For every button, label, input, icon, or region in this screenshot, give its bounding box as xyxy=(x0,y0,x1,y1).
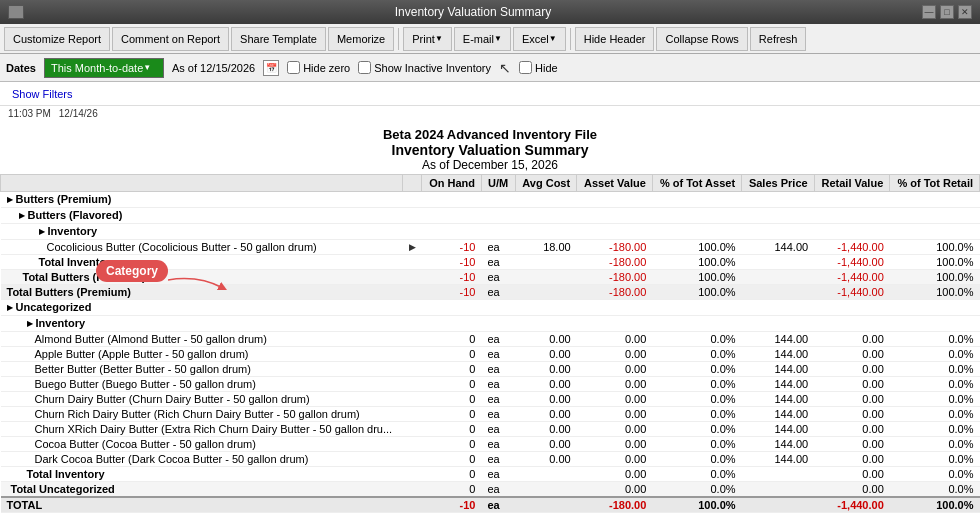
row-sales-price-cell xyxy=(742,316,815,332)
row-uom-cell: ea xyxy=(481,240,515,255)
row-on-hand-cell xyxy=(422,192,482,208)
col-header-on-hand: On Hand xyxy=(422,175,482,192)
table-row: ▸ Uncategorized xyxy=(1,300,980,316)
title-bar: Inventory Valuation Summary — □ ✕ xyxy=(0,0,980,24)
collapse-rows-button[interactable]: Collapse Rows xyxy=(656,27,747,51)
row-sales-price-cell xyxy=(742,255,815,270)
row-pct-tot-retail-cell: 0.0% xyxy=(890,482,980,498)
row-arrow-cell xyxy=(403,422,422,437)
comment-on-report-button[interactable]: Comment on Report xyxy=(112,27,229,51)
filter-bar: Dates This Month-to-date As of 12/15/202… xyxy=(0,54,980,82)
report-area[interactable]: 11:03 PM 12/14/26 Beta 2024 Advanced Inv… xyxy=(0,106,980,515)
hide-checkbox[interactable] xyxy=(519,61,532,74)
minimize-button[interactable]: — xyxy=(922,5,936,19)
row-arrow-cell xyxy=(403,300,422,316)
excel-button[interactable]: Excel xyxy=(513,27,566,51)
row-avg-cost-cell: 0.00 xyxy=(515,392,577,407)
row-uom-cell xyxy=(481,208,515,224)
row-sales-price-cell: 144.00 xyxy=(742,407,815,422)
row-on-hand-cell: -10 xyxy=(422,240,482,255)
row-uom-cell xyxy=(481,300,515,316)
row-avg-cost-cell xyxy=(515,497,577,513)
menu-bar: Customize Report Comment on Report Share… xyxy=(0,24,980,54)
hide-zero-checkbox[interactable] xyxy=(287,61,300,74)
row-sales-price-cell: 144.00 xyxy=(742,240,815,255)
row-pct-tot-retail-cell xyxy=(890,300,980,316)
customize-report-button[interactable]: Customize Report xyxy=(4,27,110,51)
row-avg-cost-cell xyxy=(515,224,577,240)
col-header-pct-tot-asset: % of Tot Asset xyxy=(652,175,741,192)
close-button[interactable]: ✕ xyxy=(958,5,972,19)
table-row: Cocoa Butter (Cocoa Butter - 50 gallon d… xyxy=(1,437,980,452)
row-asset-value-cell xyxy=(577,224,653,240)
row-asset-value-cell: -180.00 xyxy=(577,255,653,270)
row-name-cell: Almond Butter (Almond Butter - 50 gallon… xyxy=(1,332,403,347)
row-on-hand-cell: 0 xyxy=(422,347,482,362)
row-on-hand-cell: -10 xyxy=(422,270,482,285)
row-pct-tot-retail-cell xyxy=(890,224,980,240)
row-name-cell: ▸ Uncategorized xyxy=(1,300,403,316)
row-uom-cell: ea xyxy=(481,255,515,270)
row-pct-tot-retail-cell: 0.0% xyxy=(890,377,980,392)
date-range-select[interactable]: This Month-to-date xyxy=(44,58,164,78)
row-pct-tot-retail-cell: 100.0% xyxy=(890,255,980,270)
row-pct-tot-retail-cell: 0.0% xyxy=(890,392,980,407)
show-inactive-checkbox[interactable] xyxy=(358,61,371,74)
cursor-indicator: ↖ xyxy=(499,60,511,76)
timestamp: 11:03 PM xyxy=(8,108,51,119)
as-of-text: As of 12/15/2026 xyxy=(172,62,255,74)
memorize-button[interactable]: Memorize xyxy=(328,27,394,51)
table-row: ▸ Inventory xyxy=(1,224,980,240)
row-name-cell: Churn Rich Dairy Butter (Rich Churn Dair… xyxy=(1,407,403,422)
show-filters-link[interactable]: Show Filters xyxy=(12,88,73,100)
row-sales-price-cell: 144.00 xyxy=(742,437,815,452)
row-avg-cost-cell xyxy=(515,467,577,482)
row-avg-cost-cell: 0.00 xyxy=(515,362,577,377)
row-on-hand-cell xyxy=(422,300,482,316)
row-avg-cost-cell: 0.00 xyxy=(515,407,577,422)
row-retail-value-cell: 0.00 xyxy=(814,377,890,392)
row-arrow-cell[interactable]: ▶ xyxy=(403,240,422,255)
row-pct-tot-retail-cell: 0.0% xyxy=(890,452,980,467)
hide-header-button[interactable]: Hide Header xyxy=(575,27,655,51)
row-on-hand-cell: 0 xyxy=(422,377,482,392)
row-pct-tot-retail-cell: 0.0% xyxy=(890,362,980,377)
row-pct-tot-asset-cell xyxy=(652,208,741,224)
row-pct-tot-asset-cell xyxy=(652,316,741,332)
row-pct-tot-asset-cell: 100.0% xyxy=(652,255,741,270)
row-asset-value-cell: 0.00 xyxy=(577,467,653,482)
row-name-cell: Total Butters (Flavored) xyxy=(1,270,403,285)
email-button[interactable]: E-mail xyxy=(454,27,511,51)
report-date: As of December 15, 2026 xyxy=(0,158,980,172)
row-uom-cell: ea xyxy=(481,467,515,482)
calendar-icon[interactable]: 📅 xyxy=(263,60,279,76)
maximize-button[interactable]: □ xyxy=(940,5,954,19)
row-avg-cost-cell xyxy=(515,316,577,332)
row-avg-cost-cell: 0.00 xyxy=(515,347,577,362)
row-on-hand-cell: 0 xyxy=(422,452,482,467)
row-asset-value-cell: -180.00 xyxy=(577,270,653,285)
row-avg-cost-cell xyxy=(515,285,577,300)
print-button[interactable]: Print xyxy=(403,27,452,51)
row-avg-cost-cell xyxy=(515,482,577,498)
row-retail-value-cell xyxy=(814,300,890,316)
row-pct-tot-asset-cell: 0.0% xyxy=(652,422,741,437)
row-retail-value-cell: -1,440.00 xyxy=(814,270,890,285)
row-name-cell: ▸ Butters (Flavored) xyxy=(1,208,403,224)
row-sales-price-cell xyxy=(742,482,815,498)
row-arrow-cell xyxy=(403,437,422,452)
row-arrow-cell xyxy=(403,270,422,285)
col-header-sales-price: Sales Price xyxy=(742,175,815,192)
row-avg-cost-cell xyxy=(515,208,577,224)
row-on-hand-cell: -10 xyxy=(422,255,482,270)
row-on-hand-cell xyxy=(422,208,482,224)
row-uom-cell xyxy=(481,224,515,240)
row-arrow-cell xyxy=(403,224,422,240)
show-filters-bar: Show Filters xyxy=(0,82,980,106)
row-name-cell: Apple Butter (Apple Butter - 50 gallon d… xyxy=(1,347,403,362)
refresh-button[interactable]: Refresh xyxy=(750,27,807,51)
show-inactive-label: Show Inactive Inventory xyxy=(374,62,491,74)
row-retail-value-cell: -1,440.00 xyxy=(814,497,890,513)
table-row: Churn Rich Dairy Butter (Rich Churn Dair… xyxy=(1,407,980,422)
share-template-button[interactable]: Share Template xyxy=(231,27,326,51)
